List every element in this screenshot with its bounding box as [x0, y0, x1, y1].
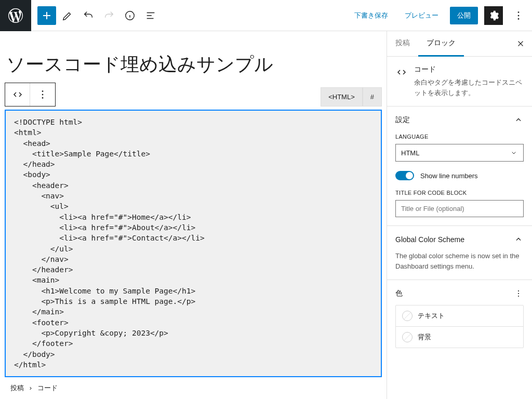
- block-description: 余白やタグを考慮したコードスニペットを表示します。: [414, 77, 524, 98]
- panel-global-color-title: Global Color Scheme: [395, 235, 464, 244]
- block-toolbar: [5, 83, 56, 107]
- panel-color-toggle[interactable]: 色: [395, 288, 524, 299]
- show-line-numbers-label: Show line numbers: [420, 172, 478, 180]
- settings-button[interactable]: [484, 6, 503, 25]
- more-vertical-icon[interactable]: [513, 288, 524, 299]
- publish-button[interactable]: 公開: [450, 7, 478, 24]
- redo-button: [100, 6, 118, 25]
- language-value: HTML: [401, 149, 419, 157]
- svg-point-1: [518, 11, 520, 13]
- show-line-numbers-toggle[interactable]: [395, 171, 414, 180]
- title-code-block-input[interactable]: [395, 200, 524, 217]
- breadcrumb-root[interactable]: 投稿: [10, 384, 24, 392]
- undo-button[interactable]: [79, 6, 98, 25]
- breadcrumb[interactable]: 投稿 › コード: [0, 379, 68, 397]
- svg-point-3: [518, 18, 520, 20]
- block-type-button[interactable]: [5, 83, 30, 106]
- chevron-up-icon: [513, 115, 524, 125]
- global-color-description: The global color scheme is now set in th…: [395, 251, 524, 271]
- close-sidebar-button[interactable]: [513, 36, 528, 51]
- language-select[interactable]: HTML: [395, 144, 524, 162]
- tools-button[interactable]: [58, 6, 77, 25]
- code-tab-html[interactable]: <HTML>: [321, 87, 363, 107]
- color-background-item[interactable]: 背景: [396, 327, 523, 348]
- code-block-editor[interactable]: <!DOCTYPE html> <html> <head> <title>Sam…: [5, 110, 382, 377]
- svg-point-9: [518, 296, 519, 297]
- panel-settings-title: 設定: [395, 115, 410, 125]
- color-swatch-icon: [402, 332, 413, 342]
- save-draft-button[interactable]: 下書き保存: [349, 8, 393, 23]
- svg-point-6: [42, 97, 44, 99]
- wordpress-logo[interactable]: [0, 0, 31, 31]
- color-text-label: テキスト: [418, 311, 445, 321]
- chevron-up-icon: [513, 234, 524, 245]
- chevron-down-icon: [510, 149, 518, 157]
- code-tab-hash[interactable]: #: [363, 87, 382, 107]
- svg-point-4: [42, 90, 44, 92]
- code-icon: [395, 66, 408, 78]
- title-code-block-label: TITLE FOR CODE BLOCK: [395, 190, 524, 196]
- language-label: LANGUAGE: [395, 134, 524, 140]
- svg-point-7: [518, 290, 519, 291]
- svg-point-8: [518, 293, 519, 294]
- block-name: コード: [414, 65, 524, 74]
- color-background-label: 背景: [418, 332, 431, 342]
- info-button[interactable]: [121, 6, 139, 25]
- panel-global-color-toggle[interactable]: Global Color Scheme: [395, 234, 524, 245]
- breadcrumb-separator: ›: [30, 384, 32, 392]
- tab-block[interactable]: ブロック: [418, 31, 464, 57]
- add-block-button[interactable]: [37, 6, 56, 25]
- svg-point-2: [518, 15, 520, 16]
- color-text-item[interactable]: テキスト: [396, 305, 523, 327]
- breadcrumb-current[interactable]: コード: [37, 384, 58, 392]
- more-options-button[interactable]: [509, 6, 528, 25]
- outline-button[interactable]: [141, 6, 160, 25]
- panel-settings-toggle[interactable]: 設定: [395, 115, 524, 125]
- block-more-button[interactable]: [30, 83, 55, 106]
- svg-point-5: [42, 94, 44, 96]
- preview-button[interactable]: プレビュー: [400, 8, 444, 23]
- color-swatch-icon: [402, 311, 413, 321]
- post-title[interactable]: ソースコード埋め込みサンプル: [0, 31, 387, 83]
- tab-post[interactable]: 投稿: [387, 31, 418, 56]
- panel-color-title: 色: [395, 289, 403, 298]
